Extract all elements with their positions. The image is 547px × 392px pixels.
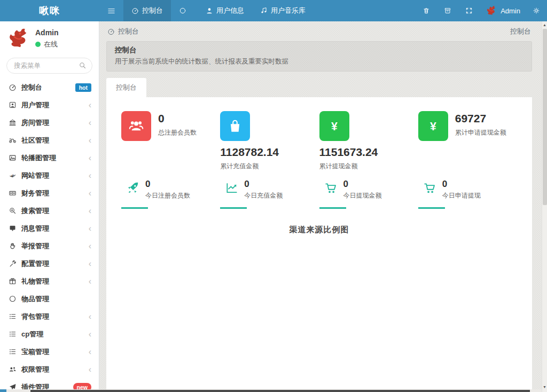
sidebar-menu-item[interactable]: 财务管理 ‹ xyxy=(0,184,99,202)
chevron-left-icon: ‹ xyxy=(89,365,91,374)
sidebar-menu-item[interactable]: 用户管理 ‹ xyxy=(0,96,99,114)
breadcrumb-right: 控制台 xyxy=(510,27,531,36)
money-icon xyxy=(9,189,21,197)
scroll-down-arrow[interactable]: ▼ xyxy=(542,385,547,389)
cart-icon xyxy=(423,179,437,195)
bank-icon xyxy=(9,119,21,127)
list-icon xyxy=(9,348,21,356)
stats-row-today: 0 今日注册会员数 0 今日充值金额 xyxy=(121,179,517,209)
chevron-left-icon: ‹ xyxy=(89,101,91,109)
sidebar-menu-item-label: 财务管理 xyxy=(21,189,49,198)
user-menu[interactable]: Admin xyxy=(480,5,526,17)
stat-value: 0 xyxy=(158,112,197,125)
sidebar-menu-item-label: 用户管理 xyxy=(21,100,49,110)
stat-underline xyxy=(220,207,247,209)
navbar-right: Admin xyxy=(416,0,547,21)
clear-cache-button[interactable] xyxy=(437,0,458,21)
app-brand[interactable]: 啾咪 xyxy=(0,0,99,21)
sidebar-menu-item[interactable]: 背包管理 ‹ xyxy=(0,308,99,325)
sidebar-menu-item-label: 消息管理 xyxy=(21,224,49,233)
stat-underline xyxy=(121,207,148,209)
horizontal-scrollbar-thumb[interactable] xyxy=(30,390,530,392)
stat-label: 总注册会员数 xyxy=(158,128,197,137)
sidebar-menu-item-label: 网站管理 xyxy=(21,171,49,181)
hand-icon xyxy=(9,242,21,250)
chevron-left-icon: ‹ xyxy=(89,119,91,127)
sidebar-menu-item[interactable]: 权限管理 ‹ xyxy=(0,360,99,378)
menu-badge: hot xyxy=(75,83,91,92)
scroll-up-arrow[interactable]: ▲ xyxy=(542,23,547,27)
sidebar-menu-item[interactable]: 社区管理 ‹ xyxy=(0,131,99,149)
cart-icon xyxy=(324,179,338,195)
sidebar: Admin 在线 控制台 hot 用户管理 ‹ xyxy=(0,21,99,392)
sidebar-menu-item[interactable]: 配置管理 ‹ xyxy=(0,255,99,272)
shopping-bag-icon xyxy=(227,118,243,134)
stat-icon-box xyxy=(121,111,151,141)
sidebar-menu-item[interactable]: 轮播图管理 ‹ xyxy=(0,149,99,167)
sidebar-menu-item[interactable]: 房间管理 ‹ xyxy=(0,114,99,131)
vertical-scrollbar-thumb[interactable] xyxy=(543,29,547,205)
users-icon xyxy=(9,365,21,373)
stat-value: 69727 xyxy=(455,112,506,125)
main-content: 控制台 控制台 控制台 用于展示当前系统中的统计数据、统计报表及重要实时数据 控… xyxy=(100,21,542,389)
navbar-menu: 控制台 用户信息 用户音乐库 xyxy=(123,0,314,21)
stat-value: 1128782.14 xyxy=(220,146,279,159)
tabs: 控制台 xyxy=(106,78,532,97)
expand-icon xyxy=(465,7,473,14)
stat-card: 0 总注册会员数 xyxy=(121,111,220,171)
user-icon xyxy=(206,7,213,14)
navbar-menu-item-label: 控制台 xyxy=(142,6,163,15)
browser-icon: e xyxy=(9,171,21,179)
stat-value: 1151673.24 xyxy=(319,146,378,159)
chart-section-title: 渠道来源比例图 xyxy=(121,225,517,235)
navbar-menu-item[interactable]: 用户信息 xyxy=(198,0,252,21)
sidebar-menu-item[interactable]: 物品管理 xyxy=(0,290,99,308)
stat-value: 0 xyxy=(145,179,190,190)
chevron-left-icon: ‹ xyxy=(89,312,91,321)
stat-label: 累计充值金额 xyxy=(220,162,279,171)
circle-icon xyxy=(179,7,186,14)
sidebar-menu-item[interactable]: e 网站管理 ‹ xyxy=(0,167,99,184)
sidebar-menu: 控制台 hot 用户管理 ‹ 房间管理 ‹ 社区管理 xyxy=(0,77,99,392)
vertical-scrollbar[interactable]: ▲ ▼ xyxy=(542,21,547,392)
gauge-icon xyxy=(107,28,115,35)
sidebar-menu-item[interactable]: 消息管理 ‹ xyxy=(0,219,99,237)
circle-icon xyxy=(9,295,21,303)
sidebar-menu-item[interactable]: cp管理 ‹ xyxy=(0,325,99,343)
navbar-menu-item-label: 用户音乐库 xyxy=(271,6,306,15)
trash-button[interactable] xyxy=(416,0,437,21)
stat-card: ¥ 1151673.24 累计提现金额 xyxy=(319,111,418,171)
stat-label: 今日注册会员数 xyxy=(145,191,190,200)
sidebar-menu-item[interactable]: 举报管理 ‹ xyxy=(0,237,99,255)
sidebar-menu-item-label: 控制台 xyxy=(21,83,42,92)
sidebar-menu-item-label: 物品管理 xyxy=(21,294,49,304)
avatar xyxy=(485,5,497,17)
sidebar-menu-item[interactable]: 礼物管理 ‹ xyxy=(0,272,99,290)
navbar-menu-item[interactable]: 控制台 xyxy=(123,0,171,21)
chart-line-icon xyxy=(225,179,239,195)
breadcrumb-current: 控制台 xyxy=(118,27,139,36)
sidebar-menu-item-label: 社区管理 xyxy=(21,136,49,145)
fullscreen-button[interactable] xyxy=(458,0,480,21)
cogs-icon xyxy=(533,7,540,14)
sidebar-toggle-button[interactable] xyxy=(99,0,123,21)
username-label: Admin xyxy=(501,7,520,15)
sidebar-menu-item[interactable]: 宝箱管理 ‹ xyxy=(0,343,99,360)
stat-card: 0 今日注册会员数 xyxy=(121,179,190,209)
settings-button[interactable] xyxy=(526,0,547,21)
navbar-menu-item[interactable]: 用户音乐库 xyxy=(252,0,314,21)
tab-dashboard[interactable]: 控制台 xyxy=(106,78,146,97)
page-header-callout: 控制台 用于展示当前系统中的统计数据、统计报表及重要实时数据 xyxy=(106,41,532,72)
stats-row-totals: 0 总注册会员数 1128782.14 累计充值金额 xyxy=(121,111,517,171)
sidebar-menu-item[interactable]: 控制台 hot xyxy=(0,79,99,96)
chevron-left-icon: ‹ xyxy=(89,348,91,356)
sidebar-menu-item-label: 轮播图管理 xyxy=(21,153,56,163)
stat-value: 0 xyxy=(244,179,283,190)
message-icon xyxy=(9,224,21,232)
navbar-menu-item[interactable] xyxy=(171,0,198,21)
navbar-menu-item-label: 用户信息 xyxy=(216,6,244,15)
horizontal-scrollbar[interactable] xyxy=(0,389,542,392)
sidebar-menu-item[interactable]: 搜索管理 ‹ xyxy=(0,202,99,219)
chevron-left-icon: ‹ xyxy=(89,189,91,198)
list-icon xyxy=(9,312,21,320)
